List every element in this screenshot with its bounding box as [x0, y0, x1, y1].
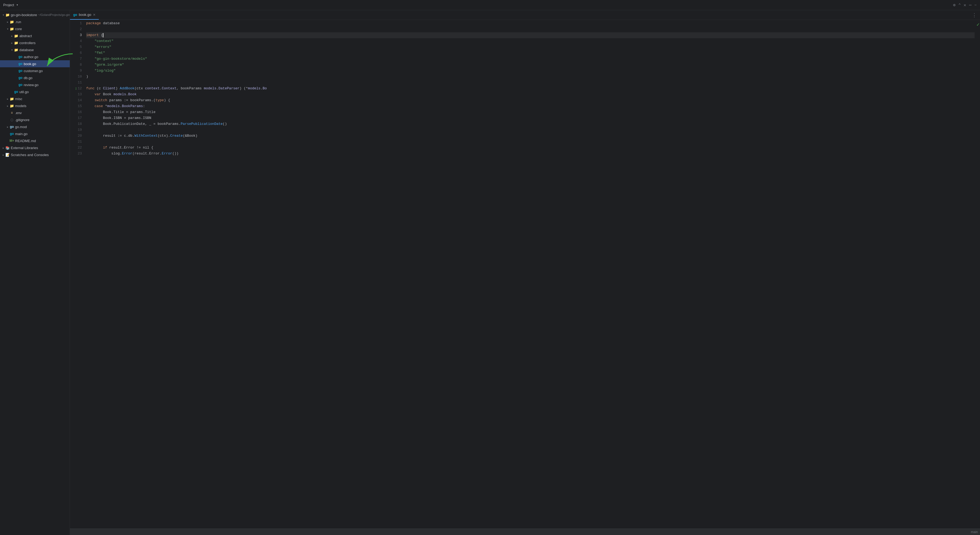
- tab-book-go[interactable]: go book.go ✕: [70, 10, 99, 20]
- sidebar-item-database[interactable]: 📁 database: [0, 46, 70, 53]
- string: "fmt": [94, 50, 105, 56]
- function-name: Create: [170, 133, 183, 139]
- code-line-18: Book.PublicationDate, _ = bookParams.Par…: [86, 121, 975, 127]
- line-num-21: 21: [72, 139, 82, 145]
- more-options-icon[interactable]: ⋮: [972, 12, 977, 18]
- more-icon[interactable]: ⋯: [969, 2, 972, 8]
- sidebar-item-abstract[interactable]: 📁 abstract: [0, 32, 70, 39]
- add-icon[interactable]: ⊕: [953, 2, 956, 8]
- sidebar-item-scratches[interactable]: 📝 Scratches and Consoles: [0, 151, 70, 158]
- tab-label: book.go: [79, 13, 91, 17]
- type-text: Bo: [262, 86, 267, 92]
- gitignore-file-icon: ◌: [10, 117, 14, 122]
- sidebar-item-label: Scratches and Consoles: [11, 153, 49, 157]
- code-line-19: [86, 127, 975, 133]
- sidebar-item-util-go[interactable]: go util.go: [0, 88, 70, 95]
- mod-file-icon: go: [10, 125, 14, 129]
- sidebar-item-review-go[interactable]: go review.go: [0, 81, 70, 88]
- sidebar-item-label: .env: [15, 111, 22, 115]
- project-chevron[interactable]: ▾: [16, 3, 18, 7]
- editor-body[interactable]: 1 2 3 4 5 6 7 8 9 10 11 ↕ 12 13 14 15 16…: [70, 20, 980, 529]
- sidebar-item-author-go[interactable]: go author.go: [0, 53, 70, 60]
- line-num-8: 8: [72, 62, 82, 68]
- code-line-20: result := c.db.WithContext(ctx).Create(&…: [86, 133, 975, 139]
- go-file-icon: go: [18, 83, 22, 87]
- project-label[interactable]: Project: [3, 3, 14, 7]
- sidebar-item-label: main.go: [15, 132, 27, 136]
- sidebar-item-models[interactable]: 📁 models: [0, 102, 70, 109]
- editor-container: go book.go ✕ ⋮ 1 2 3 4 5 6 7 8 9 10: [70, 10, 980, 535]
- folder-icon: 📁: [10, 20, 14, 24]
- chevron-icon: [10, 41, 14, 44]
- type-text: models: [204, 86, 216, 92]
- sidebar-item-core[interactable]: 📁 core: [0, 25, 70, 32]
- sidebar-item-readme[interactable]: M+ README.md: [0, 137, 70, 144]
- string: "log/slog": [94, 68, 116, 74]
- status-item-git: main: [971, 530, 978, 534]
- line-num-11: 11: [72, 79, 82, 86]
- sidebar-item-misc[interactable]: 📁 misc: [0, 95, 70, 102]
- sidebar-item-customer-go[interactable]: go customer.go: [0, 67, 70, 74]
- folder-icon: 📁: [5, 13, 10, 17]
- main-layout: 📁 go-gin-bookstore ~/GolandProjects/go-g…: [0, 10, 980, 535]
- type-text: models: [113, 92, 126, 97]
- line-num-20: 20: [72, 133, 82, 139]
- sidebar-item-controllers[interactable]: 📁 controllers: [0, 39, 70, 46]
- code-area[interactable]: package database import ( "context" "err…: [84, 20, 975, 529]
- sidebar-item-label: misc: [15, 97, 22, 101]
- text-cursor: [103, 33, 103, 37]
- go-file-icon: go: [14, 90, 18, 94]
- sidebar-item-gitignore[interactable]: ◌ .gitignore: [0, 116, 70, 123]
- sidebar-item-run[interactable]: 📁 .run: [0, 18, 70, 25]
- sidebar-item-label: core: [15, 27, 22, 31]
- code-line-1: package database: [86, 21, 975, 26]
- code-line-15: case *models.BookParams:: [86, 103, 975, 109]
- line-num-10: 10: [72, 74, 82, 79]
- navigate-icon[interactable]: ⌃: [958, 2, 961, 8]
- code-line-21: [86, 139, 975, 145]
- line-num-16: 16: [72, 109, 82, 115]
- sidebar-item-label: db.go: [24, 76, 33, 80]
- sidebar-item-env[interactable]: ≡ .env: [0, 109, 70, 116]
- code-line-22: if result.Error != nil {: [86, 145, 975, 151]
- sidebar-item-external-libraries[interactable]: 📚 External Libraries: [0, 144, 70, 151]
- line-num-22: 22: [72, 145, 82, 151]
- code-line-11: [86, 79, 975, 86]
- go-file-icon: go: [18, 55, 22, 59]
- right-gutter: ✓: [975, 20, 980, 529]
- tab-close-button[interactable]: ✕: [93, 13, 95, 17]
- sidebar-item-label: .gitignore: [15, 118, 29, 122]
- type-text: context: [145, 86, 160, 92]
- sidebar-item-label: External Libraries: [11, 146, 38, 150]
- chevron-icon: [1, 146, 5, 149]
- gutter-run-icon[interactable]: ↕: [75, 86, 77, 92]
- sidebar-item-db-go[interactable]: go db.go: [0, 74, 70, 81]
- minimize-icon[interactable]: –: [974, 3, 977, 8]
- type-text: Book: [128, 92, 137, 97]
- type-text: Context: [162, 86, 177, 92]
- type-text: models: [248, 86, 261, 92]
- folder-icon: 📁: [10, 97, 14, 101]
- chevron-icon: [5, 105, 10, 107]
- string: "errors": [94, 44, 111, 50]
- keyword: import: [86, 32, 99, 38]
- close-icon[interactable]: ✕: [964, 2, 966, 8]
- title-bar-icons: ⊕ ⌃ ✕ ⋯ –: [953, 2, 977, 8]
- sidebar-item-book-go[interactable]: go book.go: [0, 60, 70, 67]
- line-num-15: 15: [72, 103, 82, 109]
- chevron-icon: [1, 153, 5, 156]
- scratch-icon: 📝: [5, 152, 10, 157]
- ext-lib-icon: 📚: [5, 146, 10, 150]
- line-num-2: 2: [72, 26, 82, 32]
- line-num-5: 5: [72, 44, 82, 50]
- chevron-icon: [5, 97, 10, 100]
- sidebar-item-go-mod[interactable]: go go.mod: [0, 123, 70, 130]
- string: "go-gin-bookstore/models": [94, 56, 147, 62]
- sidebar-item-root[interactable]: 📁 go-gin-bookstore ~/GolandProjects/go-g…: [0, 11, 70, 18]
- sidebar-item-main-go[interactable]: go main.go: [0, 130, 70, 137]
- function-name: Error: [162, 151, 172, 157]
- function-name: ParsePublicationDate: [181, 121, 223, 127]
- keyword: switch: [94, 97, 107, 103]
- line-num-12: ↕ 12: [72, 86, 82, 92]
- sidebar-item-label: review.go: [24, 83, 38, 87]
